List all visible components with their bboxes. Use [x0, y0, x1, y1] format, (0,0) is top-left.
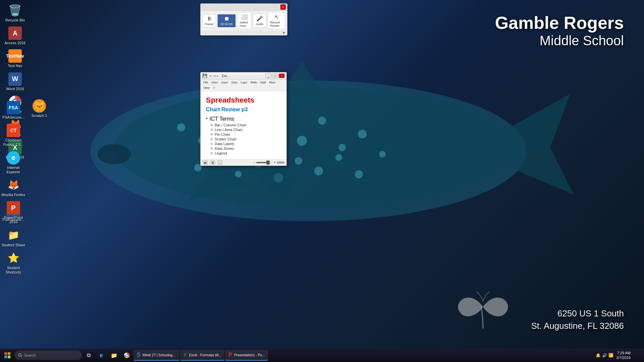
- taskbar-search-box[interactable]: Search: [15, 351, 82, 360]
- zoom-plus-button[interactable]: +: [274, 161, 276, 164]
- taskbar-ppt-button[interactable]: P Presentation1 - Po...: [225, 350, 268, 361]
- student-share-label: Student Share: [2, 243, 25, 247]
- recycle-bin-icon: 🗑️: [8, 4, 22, 17]
- ppt-maximize-button[interactable]: □: [272, 73, 278, 78]
- schoology-icon: S: [137, 352, 141, 358]
- svg-point-1: [114, 87, 517, 208]
- taskbar-explorer-button[interactable]: 📁: [108, 350, 120, 361]
- view-slide-sorter-button[interactable]: ⊞: [210, 160, 215, 165]
- clickteam-label: Clickteam Fusion 2.5...: [1, 138, 25, 147]
- record-pointer-button[interactable]: ↖ Record Pointer: [268, 12, 285, 29]
- svg-point-30: [18, 354, 21, 356]
- list-item: Data Labels: [211, 142, 281, 146]
- select-area-button[interactable]: ⬜ Select Area: [237, 12, 252, 29]
- school-address-line2: St. Augustine, FL 32086: [531, 320, 624, 332]
- search-icon: [18, 353, 22, 357]
- zoom-minus-button[interactable]: −: [253, 161, 255, 164]
- school-address: 6250 US 1 South St. Augustine, FL 32086: [531, 307, 624, 332]
- desktop-icon-student-share[interactable]: 📁 Student Share: [0, 227, 27, 249]
- select-area-label: Select Area: [239, 21, 249, 27]
- menu-file[interactable]: File: [202, 80, 210, 85]
- svg-rect-29: [8, 356, 10, 358]
- windows-logo-icon: [4, 352, 10, 358]
- desktop-icon-scratch[interactable]: 🐱 Scratch 2: [26, 97, 53, 120]
- word-icon: W: [8, 72, 22, 86]
- ppt-close-button[interactable]: ×: [279, 73, 285, 78]
- pause-button[interactable]: ⏸ Pause: [203, 14, 216, 27]
- mozfx-icon: 🦊: [7, 178, 20, 192]
- audio-label: Audio: [256, 22, 264, 26]
- task-view-button[interactable]: ⧉: [83, 350, 94, 361]
- clickteam-icon: CT: [7, 124, 20, 137]
- student-shortcuts-icon: ⭐: [7, 251, 20, 265]
- student-share-icon: 📁: [7, 229, 20, 242]
- menu-review[interactable]: Revi: [268, 80, 277, 85]
- taskbar-edge-button[interactable]: e: [95, 350, 107, 361]
- taskbar: Search ⧉ e 📁 S Week 27 |: [0, 349, 644, 362]
- toolbar-expand-btn[interactable]: ▼: [201, 31, 287, 35]
- svg-rect-27: [8, 352, 10, 355]
- search-placeholder: Search: [24, 353, 36, 357]
- ppt-menu-bar: File Hom Inser Desi Layo Refe Mail Revi …: [201, 79, 286, 91]
- svg-line-31: [21, 356, 22, 357]
- desktop-icon-clickteam[interactable]: CT Clickteam Fusion 2.5...: [0, 122, 27, 149]
- volume-icon[interactable]: 🔊: [602, 353, 607, 358]
- excel-task-icon: X: [183, 352, 187, 358]
- zoom-slider[interactable]: [256, 162, 273, 163]
- svg-point-10: [338, 144, 346, 151]
- menu-references[interactable]: Refe: [249, 80, 258, 85]
- systray-icons: 🔔 🔊 📶: [596, 353, 613, 358]
- audio-button[interactable]: 🎤 Audio: [253, 14, 266, 27]
- desktop-icon-mozfx[interactable]: 🦊 Mozilla Firefox: [0, 176, 27, 199]
- start-button[interactable]: [1, 350, 13, 361]
- menu-layout[interactable]: Layo: [239, 80, 249, 85]
- network-icon[interactable]: 📶: [608, 353, 613, 358]
- taskbar-clock[interactable]: 7:29 AM 3/7/2019: [616, 351, 631, 360]
- desktop-icon-pp[interactable]: P PowerPoint 2016: [0, 199, 27, 226]
- desktop-icon-ie[interactable]: e Internet Explorer: [0, 149, 27, 176]
- notification-icon[interactable]: 🔔: [596, 353, 601, 358]
- menu-mailings[interactable]: Mail: [259, 80, 267, 85]
- show-desktop-button[interactable]: [633, 350, 640, 361]
- svg-point-9: [318, 117, 326, 125]
- view-reading-button[interactable]: 📖: [217, 160, 223, 165]
- task-view-icon: ⧉: [87, 352, 91, 358]
- stop-icon: ⏹: [224, 16, 229, 22]
- menu-home[interactable]: Hom: [210, 80, 219, 85]
- svg-point-34: [126, 355, 128, 356]
- menu-view[interactable]: View: [202, 85, 211, 90]
- sub-bullet-icon: [211, 143, 213, 145]
- sub-item-text: Scatter Chart: [215, 137, 236, 141]
- desktop-icon-access[interactable]: A Access 2016: [2, 24, 29, 47]
- schoology-label: Week 27 | Schoology...: [143, 353, 176, 357]
- school-name-sub: Middle School: [495, 33, 624, 49]
- toolbar-close-button[interactable]: ×: [280, 4, 286, 10]
- audio-icon: 🎤: [256, 15, 263, 22]
- sub-item-text: Pie Chart: [215, 132, 230, 136]
- stop-timer-button[interactable]: ⏹ 00:00:00: [217, 14, 236, 27]
- taskbar-date-display: 3/7/2019: [616, 355, 631, 360]
- desktop-icon-testnav[interactable]: TestNav Test Nav: [2, 47, 29, 70]
- desktop-icon-recycle-bin[interactable]: 🗑️ Recycle Bin: [2, 2, 29, 24]
- menu-insert[interactable]: Inser: [220, 80, 229, 85]
- svg-rect-26: [4, 352, 7, 355]
- sub-bullet-icon: [211, 129, 213, 131]
- taskbar-time-display: 7:29 AM: [616, 351, 631, 355]
- svg-point-19: [314, 167, 323, 175]
- taskbar-schoology-button[interactable]: S Week 27 | Schoology...: [133, 350, 179, 361]
- list-item: Scatter Chart: [211, 137, 281, 141]
- desktop-icons-column2: 🐱 Scratch 2: [26, 97, 53, 120]
- ppt-minimize-button[interactable]: _: [265, 73, 271, 78]
- menu-design[interactable]: Desi: [230, 80, 239, 85]
- desktop-icon-word[interactable]: W Word 2016: [2, 70, 29, 93]
- desktop-icon-student-shortcuts[interactable]: ⭐ Student Shortcuts: [0, 249, 27, 277]
- taskbar-excel-button[interactable]: X Excel - Formulas titl...: [180, 350, 225, 361]
- pause-icon: ⏸: [207, 16, 212, 22]
- ppt-task-icon: P: [228, 352, 232, 358]
- view-normal-button[interactable]: ▤: [203, 160, 208, 165]
- ppt-zoom-control: − + 100%: [253, 161, 284, 164]
- ppt-statusbar: ▤ ⊞ 📖 − + 100%: [201, 159, 286, 166]
- menu-more[interactable]: »: [212, 85, 216, 90]
- taskbar-chrome-button[interactable]: [121, 350, 133, 361]
- desktop-icon-fsa2[interactable]: FSA FSASecure...: [0, 99, 27, 122]
